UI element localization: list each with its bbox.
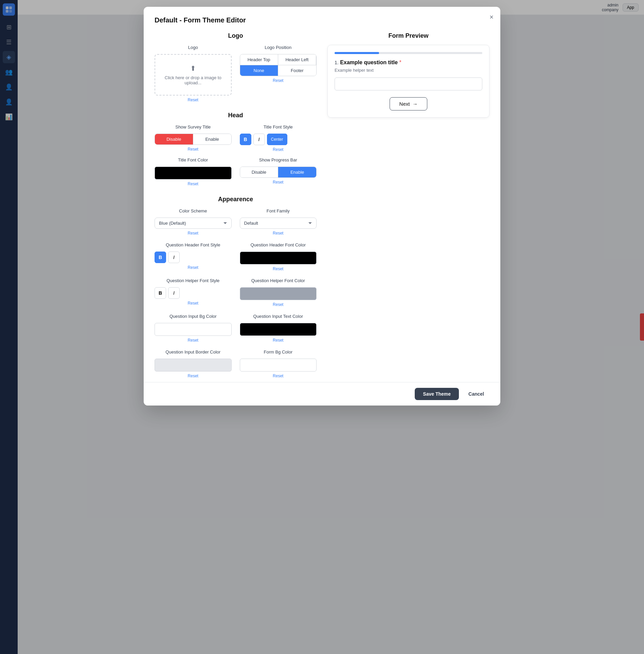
show-progress-bar-group: Show Progress Bar Disable Enable Reset xyxy=(240,157,317,186)
logo-upload-group: Logo ⬆ Click here or drop a image to upl… xyxy=(155,45,232,102)
head-row-1: Show Survey Title Disable Enable Reset T… xyxy=(155,124,317,152)
form-bg-color-reset[interactable]: Reset xyxy=(240,374,317,378)
q-input-border-color-swatch[interactable] xyxy=(155,359,232,372)
q-input-bg-color-group: Question Input Bg Color Reset xyxy=(155,314,232,343)
close-button[interactable]: × xyxy=(489,14,494,20)
q-input-bg-color-reset[interactable]: Reset xyxy=(155,338,232,343)
appearance-row-1: Color Scheme Blue (Default) Red Green Pu… xyxy=(155,208,317,236)
q-input-bg-color-swatch[interactable] xyxy=(155,323,232,336)
show-survey-title-disable[interactable]: Disable xyxy=(155,134,193,144)
form-bg-color-label: Form Bg Color xyxy=(240,349,317,355)
required-indicator: * xyxy=(399,59,401,65)
q-helper-bold-btn[interactable]: B xyxy=(155,287,166,299)
color-scheme-label: Color Scheme xyxy=(155,208,232,213)
show-survey-title-group: Show Survey Title Disable Enable Reset xyxy=(155,124,232,152)
show-survey-title-reset[interactable]: Reset xyxy=(155,147,232,152)
q-input-border-color-group: Question Input Border Color Reset xyxy=(155,349,232,378)
color-scheme-reset[interactable]: Reset xyxy=(155,231,232,236)
progress-bar-enable[interactable]: Enable xyxy=(278,167,316,177)
q-helper-italic-btn[interactable]: I xyxy=(168,287,180,299)
q-input-text-color-label: Question Input Text Color xyxy=(240,314,317,319)
title-italic-btn[interactable]: I xyxy=(253,134,265,145)
preview-next-arrow: → xyxy=(412,101,417,107)
q-helper-font-style-buttons: B I xyxy=(155,287,232,299)
q-header-font-color-swatch[interactable] xyxy=(240,252,317,264)
q-header-font-color-reset[interactable]: Reset xyxy=(240,266,317,271)
modal-footer: Save Theme Cancel xyxy=(144,382,500,406)
q-input-text-color-group: Question Input Text Color Reset xyxy=(240,314,317,343)
position-header-left[interactable]: Header Left xyxy=(278,54,316,65)
appearance-row-4: Question Input Bg Color Reset Question I… xyxy=(155,314,317,343)
q-input-bg-color-label: Question Input Bg Color xyxy=(155,314,232,319)
head-row-2: Title Font Color Reset Show Progress Bar… xyxy=(155,157,317,186)
appearance-row-5: Question Input Border Color Reset Form B… xyxy=(155,349,317,378)
appearance-section: Appearence Color Scheme Blue (Default) R… xyxy=(155,196,317,378)
font-family-select[interactable]: Default Arial Roboto Georgia xyxy=(240,218,317,229)
form-bg-color-group: Form Bg Color Reset xyxy=(240,349,317,378)
q-helper-font-style-reset[interactable]: Reset xyxy=(155,301,232,306)
form-bg-color-swatch[interactable] xyxy=(240,359,317,372)
preview-input-field xyxy=(335,78,482,90)
preview-next-button[interactable]: Next → xyxy=(390,97,428,110)
form-preview-title: Form Preview xyxy=(327,32,489,39)
q-header-italic-btn[interactable]: I xyxy=(168,252,180,263)
q-helper-font-color-swatch[interactable] xyxy=(240,287,317,300)
save-theme-button[interactable]: Save Theme xyxy=(415,388,459,400)
logo-upload-box[interactable]: ⬆ Click here or drop a image to upload..… xyxy=(155,54,232,96)
head-section-title: Head xyxy=(155,112,317,119)
q-input-text-color-reset[interactable]: Reset xyxy=(240,338,317,343)
position-header-top[interactable]: Header Top xyxy=(240,54,278,65)
appearance-row-3: Question Helper Font Style B I Reset Que… xyxy=(155,278,317,307)
logo-position-label: Logo Position xyxy=(240,45,317,50)
theme-editor-modal: Default - Form Theme Editor × Logo Logo … xyxy=(144,7,500,406)
modal-body: Logo Logo ⬆ Click here or drop a image t… xyxy=(155,32,489,378)
q-helper-font-style-group: Question Helper Font Style B I Reset xyxy=(155,278,232,307)
position-none[interactable]: None xyxy=(240,65,278,76)
modal-overlay: Default - Form Theme Editor × Logo Logo … xyxy=(0,0,644,654)
q-input-border-color-label: Question Input Border Color xyxy=(155,349,232,355)
right-panel: Form Preview 1. Example question title *… xyxy=(327,32,489,378)
position-footer[interactable]: Footer xyxy=(278,65,316,76)
logo-position-reset[interactable]: Reset xyxy=(240,78,317,83)
font-family-group: Font Family Default Arial Roboto Georgia… xyxy=(240,208,317,236)
show-survey-title-buttons: Disable Enable xyxy=(155,134,232,145)
logo-position-buttons: Header Top Header Left None Footer xyxy=(240,54,317,76)
q-helper-font-color-label: Question Helper Font Color xyxy=(240,278,317,283)
show-survey-title-enable[interactable]: Enable xyxy=(193,134,231,144)
q-input-border-color-reset[interactable]: Reset xyxy=(155,374,232,378)
q-header-bold-btn[interactable]: B xyxy=(155,252,166,263)
appearance-row-2: Question Header Font Style B I Reset Que… xyxy=(155,242,317,271)
title-center-btn[interactable]: Center xyxy=(267,134,287,145)
show-survey-title-label: Show Survey Title xyxy=(155,124,232,130)
preview-question-num: 1. xyxy=(335,60,339,65)
q-input-text-color-swatch[interactable] xyxy=(240,323,317,336)
form-preview-card: 1. Example question title * Example help… xyxy=(327,45,489,118)
color-scheme-select[interactable]: Blue (Default) Red Green Purple Dark xyxy=(155,218,232,229)
head-section: Head Show Survey Title Disable Enable Re… xyxy=(155,112,317,186)
color-scheme-group: Color Scheme Blue (Default) Red Green Pu… xyxy=(155,208,232,236)
q-header-font-color-group: Question Header Font Color Reset xyxy=(240,242,317,271)
font-family-label: Font Family xyxy=(240,208,317,213)
left-panel: Logo Logo ⬆ Click here or drop a image t… xyxy=(155,32,317,378)
q-helper-font-color-reset[interactable]: Reset xyxy=(240,302,317,307)
logo-label: Logo xyxy=(155,45,232,50)
title-font-style-group: Title Font Style B I Center Reset xyxy=(240,124,317,152)
q-header-font-style-group: Question Header Font Style B I Reset xyxy=(155,242,232,271)
cancel-button[interactable]: Cancel xyxy=(463,388,489,400)
title-bold-btn[interactable]: B xyxy=(240,134,251,145)
logo-reset[interactable]: Reset xyxy=(155,98,232,102)
title-font-color-group: Title Font Color Reset xyxy=(155,157,232,186)
title-font-color-reset[interactable]: Reset xyxy=(155,182,232,186)
progress-bar-disable[interactable]: Disable xyxy=(240,167,279,177)
q-header-font-style-reset[interactable]: Reset xyxy=(155,265,232,270)
logo-section-title: Logo xyxy=(155,32,317,39)
logo-upload-text: Click here or drop a image to upload... xyxy=(161,75,226,85)
show-progress-bar-reset[interactable]: Reset xyxy=(240,180,317,185)
title-font-style-reset[interactable]: Reset xyxy=(240,147,317,152)
font-family-reset[interactable]: Reset xyxy=(240,231,317,236)
title-font-color-label: Title Font Color xyxy=(155,157,232,162)
title-font-color-swatch[interactable] xyxy=(155,167,232,179)
preview-question: 1. Example question title * xyxy=(335,59,482,66)
title-font-style-label: Title Font Style xyxy=(240,124,317,130)
preview-next-label: Next xyxy=(399,101,410,107)
